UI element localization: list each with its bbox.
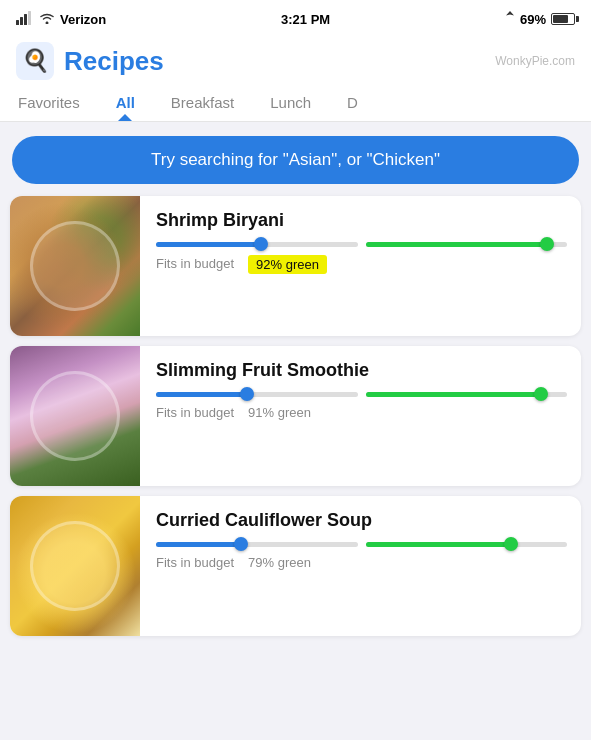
- slider-thumb-blue-smoothie: [240, 387, 254, 401]
- tab-favorites[interactable]: Favorites: [0, 88, 98, 121]
- recipe-card-biryani[interactable]: Shrimp Biryani Fits in budget 92% green: [10, 196, 581, 336]
- recipe-image-smoothie: [10, 346, 140, 486]
- slider-row-blue-biryani: [156, 242, 567, 247]
- app-header: 🍳 Recipes WonkyPie.com: [0, 36, 591, 80]
- slider-thumb-green-biryani: [540, 237, 554, 251]
- recipe-image-soup: [10, 496, 140, 636]
- app-title: Recipes: [64, 46, 164, 77]
- svg-rect-1: [20, 17, 23, 25]
- battery-icon: [551, 13, 575, 25]
- slider-thumb-green-smoothie: [534, 387, 548, 401]
- tab-bar: Favorites All Breakfast Lunch D: [0, 80, 591, 122]
- tab-breakfast[interactable]: Breakfast: [153, 88, 252, 121]
- green-badge-smoothie: 91% green: [248, 405, 311, 420]
- plate-circle-biryani: [30, 221, 120, 311]
- stats-row-biryani: Fits in budget 92% green: [156, 255, 567, 273]
- budget-label-soup: Fits in budget: [156, 555, 234, 570]
- recipe-info-biryani: Shrimp Biryani Fits in budget 92% green: [140, 196, 581, 336]
- stats-row-smoothie: Fits in budget 91% green: [156, 405, 567, 420]
- slider-fill-green-soup: [366, 542, 511, 547]
- slider-track-blue-soup[interactable]: [156, 542, 358, 547]
- plate-circle-smoothie: [30, 371, 120, 461]
- tab-lunch[interactable]: Lunch: [252, 88, 329, 121]
- plate-overlay-soup: [10, 496, 140, 636]
- plate-overlay-smoothie: [10, 346, 140, 486]
- signal-bars: [16, 11, 34, 28]
- watermark: WonkyPie.com: [495, 54, 575, 68]
- svg-rect-3: [28, 11, 31, 25]
- recipe-name-biryani: Shrimp Biryani: [156, 210, 567, 232]
- slider-thumb-green-soup: [504, 537, 518, 551]
- recipe-image-biryani: [10, 196, 140, 336]
- recipe-list: Shrimp Biryani Fits in budget 92% green: [0, 196, 591, 636]
- plate-circle-soup: [30, 521, 120, 611]
- tab-more[interactable]: D: [329, 88, 376, 121]
- status-time: 3:21 PM: [281, 12, 330, 27]
- green-badge-biryani: 92% green: [248, 255, 327, 274]
- plate-overlay-biryani: [10, 196, 140, 336]
- stats-row-soup: Fits in budget 79% green: [156, 555, 567, 570]
- recipe-card-soup[interactable]: Curried Cauliflower Soup Fits in budget …: [10, 496, 581, 636]
- budget-label-biryani: Fits in budget: [156, 256, 234, 271]
- slider-fill-blue-smoothie: [156, 392, 247, 397]
- slider-track-blue-biryani[interactable]: [156, 242, 358, 247]
- search-banner-text: Try searching for "Asian", or "Chicken": [151, 150, 440, 169]
- slider-fill-blue-biryani: [156, 242, 261, 247]
- slider-thumb-blue-soup: [234, 537, 248, 551]
- slider-fill-blue-soup: [156, 542, 241, 547]
- recipe-card-smoothie[interactable]: Slimming Fruit Smoothie Fits in budget 9…: [10, 346, 581, 486]
- recipe-info-soup: Curried Cauliflower Soup Fits in budget …: [140, 496, 581, 636]
- slider-track-green-biryani[interactable]: [366, 242, 568, 247]
- wifi-icon: [39, 12, 55, 27]
- svg-rect-0: [16, 20, 19, 25]
- budget-label-smoothie: Fits in budget: [156, 405, 234, 420]
- search-banner[interactable]: Try searching for "Asian", or "Chicken": [12, 136, 579, 184]
- slider-track-green-smoothie[interactable]: [366, 392, 568, 397]
- header-left: 🍳 Recipes: [16, 42, 164, 80]
- battery-percent: 69%: [520, 12, 546, 27]
- slider-track-green-soup[interactable]: [366, 542, 568, 547]
- location-icon: [505, 11, 515, 28]
- status-bar: Verizon 3:21 PM 69%: [0, 0, 591, 36]
- slider-row-blue-soup: [156, 542, 567, 547]
- green-badge-soup: 79% green: [248, 555, 311, 570]
- carrier-name: Verizon: [60, 12, 106, 27]
- slider-row-blue-smoothie: [156, 392, 567, 397]
- slider-fill-green-smoothie: [366, 392, 541, 397]
- annotation-biryani: 92% green: [248, 255, 327, 273]
- slider-fill-green-biryani: [366, 242, 547, 247]
- svg-rect-2: [24, 14, 27, 25]
- recipe-name-soup: Curried Cauliflower Soup: [156, 510, 567, 532]
- status-left: Verizon: [16, 11, 106, 28]
- recipe-name-smoothie: Slimming Fruit Smoothie: [156, 360, 567, 382]
- app-icon: 🍳: [16, 42, 54, 80]
- tab-all[interactable]: All: [98, 88, 153, 121]
- slider-thumb-blue-biryani: [254, 237, 268, 251]
- slider-track-blue-smoothie[interactable]: [156, 392, 358, 397]
- status-right: 69%: [505, 11, 575, 28]
- recipe-info-smoothie: Slimming Fruit Smoothie Fits in budget 9…: [140, 346, 581, 486]
